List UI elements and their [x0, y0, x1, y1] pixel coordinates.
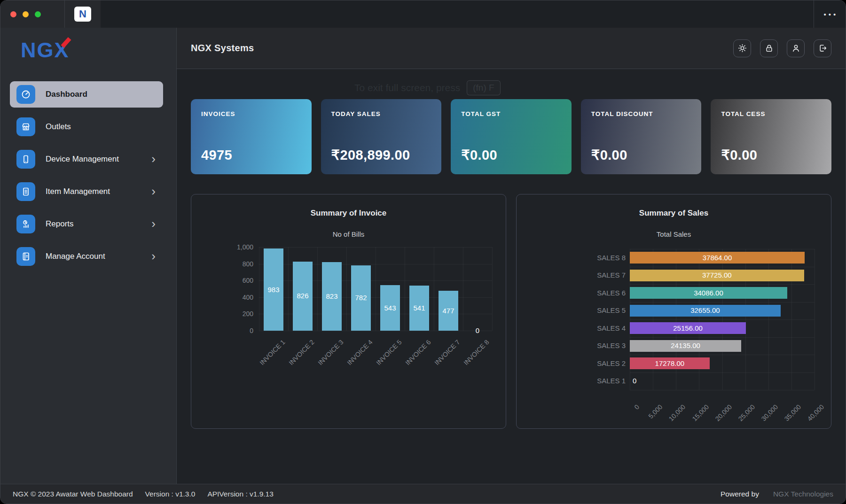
bar-value-label: 17278.00	[630, 359, 710, 367]
category-label: SALES 5	[569, 306, 626, 314]
bar-value-label: 826	[288, 292, 317, 300]
page-title: NGX Systems	[191, 43, 254, 54]
chevron-right-icon: ›	[151, 250, 156, 262]
sidebar-item-manage-account[interactable]: Manage Account ›	[10, 243, 163, 270]
powered-by-label: Powered by	[721, 490, 759, 498]
sidebar-item-label: Reports	[46, 219, 151, 229]
account-icon	[16, 247, 35, 266]
bar-value-label: 543	[376, 304, 405, 312]
x-axis-tick-label: 25,000	[736, 403, 756, 423]
logout-button[interactable]	[814, 39, 831, 57]
chart-subtitle: No of Bills	[191, 230, 506, 238]
category-label: SALES 3	[569, 341, 626, 349]
logo-text: NG	[21, 38, 55, 62]
charts-row: Summary of Invoice No of Bills 020040060…	[191, 194, 831, 429]
stat-label: TOTAL DISCOUNT	[591, 110, 691, 117]
reports-icon	[16, 215, 35, 233]
lock-button[interactable]	[760, 39, 778, 57]
grid-line-h	[259, 331, 492, 331]
sidebar-item-reports[interactable]: Reports ›	[10, 211, 163, 237]
app-window: N ••• NGX Dashboard	[0, 0, 846, 504]
chart-subtitle: Total Sales	[517, 230, 831, 238]
grid-line-h	[630, 284, 815, 285]
grid-line-h	[630, 267, 815, 267]
titlebar-spacer	[101, 0, 814, 28]
theme-toggle-button[interactable]	[733, 39, 751, 57]
grid-line-v	[815, 249, 815, 390]
stat-value: ₹0.00	[461, 147, 561, 163]
bar-value-label: 823	[317, 292, 346, 300]
stat-card-total-gst: TOTAL GST ₹0.00	[451, 99, 572, 174]
chart-title: Summary of Invoice	[191, 209, 506, 218]
grid-line-v	[463, 247, 463, 331]
bar-value-label: 541	[405, 304, 434, 312]
sidebar-item-item-management[interactable]: Item Management ›	[10, 178, 163, 205]
x-axis-category-label: INVOICE 7	[433, 338, 461, 366]
sidebar-item-device-management[interactable]: Device Management ›	[10, 146, 163, 172]
brightness-icon	[738, 44, 747, 53]
grid-line-h	[630, 372, 815, 373]
page-header: NGX Systems	[177, 28, 846, 69]
category-label: SALES 7	[569, 271, 626, 279]
bar-value-label: 0	[463, 326, 492, 334]
stat-value: ₹208,899.00	[331, 147, 431, 163]
sidebar-item-label: Manage Account	[46, 252, 151, 261]
bar-value-label: 0	[633, 377, 636, 385]
logout-icon	[818, 44, 827, 53]
user-profile-button[interactable]	[787, 39, 805, 57]
x-axis-category-label: INVOICE 1	[258, 338, 286, 366]
footer-info: NGX © 2023 Awatar Web Dashboard Version …	[13, 490, 274, 498]
grid-line-v	[346, 247, 347, 331]
x-axis-tick-label: 5,000	[647, 403, 664, 420]
toast-keycap: (fn) F	[467, 80, 500, 95]
sidebar-item-label: Item Management	[46, 187, 151, 196]
chevron-right-icon: ›	[151, 185, 156, 197]
x-axis-category-label: INVOICE 5	[375, 338, 403, 366]
grid-line-h	[630, 355, 815, 355]
toast-text: To exit full screen, press	[354, 82, 460, 93]
minimize-window-button[interactable]	[23, 11, 29, 17]
grid-line-v	[376, 247, 376, 331]
stat-card-invoices: INVOICES 4975	[191, 99, 312, 174]
bar-value-label: 37864.00	[630, 254, 805, 262]
zoom-window-button[interactable]	[35, 11, 41, 17]
stat-value: ₹0.00	[591, 147, 691, 163]
grid-line-h	[630, 302, 815, 302]
bar-value-label: 37725.00	[630, 271, 804, 279]
category-label: SALES 2	[569, 359, 626, 367]
stat-card-total-cess: TOTAL CESS ₹0.00	[711, 99, 831, 174]
sidebar-item-label: Outlets	[46, 122, 156, 132]
company-link[interactable]: NGX Technologies	[773, 490, 833, 498]
grid-line-h	[630, 249, 815, 249]
y-axis-tick-label: 600	[220, 277, 253, 284]
chevron-right-icon: ›	[151, 153, 156, 165]
footer-api-version: APIVersion : v1.9.13	[207, 490, 273, 498]
y-axis-tick-label: 200	[220, 310, 253, 318]
bar-value-label: 32655.00	[630, 306, 781, 314]
stat-value: ₹0.00	[721, 147, 821, 163]
close-window-button[interactable]	[10, 11, 16, 17]
grid-line-v	[492, 247, 493, 331]
footer-copyright: NGX © 2023 Awatar Web Dashboard	[13, 490, 133, 498]
sidebar-item-label: Dashboard	[46, 90, 156, 99]
browser-tab[interactable]: N	[65, 0, 101, 28]
grid-line-v	[405, 247, 405, 331]
chart-title: Summary of Sales	[517, 209, 831, 218]
bar-value-label: 477	[434, 307, 463, 315]
bar-value-label: 24135.00	[630, 341, 741, 349]
invoice-chart: Summary of Invoice No of Bills 020040060…	[191, 194, 506, 429]
sidebar: NGX Dashboard Outlets	[0, 28, 177, 484]
grid-line-v	[288, 247, 289, 331]
grid-line-h	[259, 247, 492, 248]
bar-value-label: 782	[346, 294, 376, 302]
header-actions	[733, 39, 831, 57]
y-axis-tick-label: 0	[220, 327, 253, 334]
sidebar-item-outlets[interactable]: Outlets	[10, 114, 163, 140]
fullscreen-toast: To exit full screen, press (fn) F	[354, 80, 501, 95]
chevron-right-icon: ›	[151, 217, 156, 230]
sidebar-item-dashboard[interactable]: Dashboard	[10, 81, 163, 108]
stat-label: TOTAL GST	[461, 110, 561, 117]
sidebar-item-label: Device Management	[46, 155, 151, 164]
overflow-menu-button[interactable]: •••	[814, 0, 846, 28]
stat-value: 4975	[201, 147, 301, 163]
